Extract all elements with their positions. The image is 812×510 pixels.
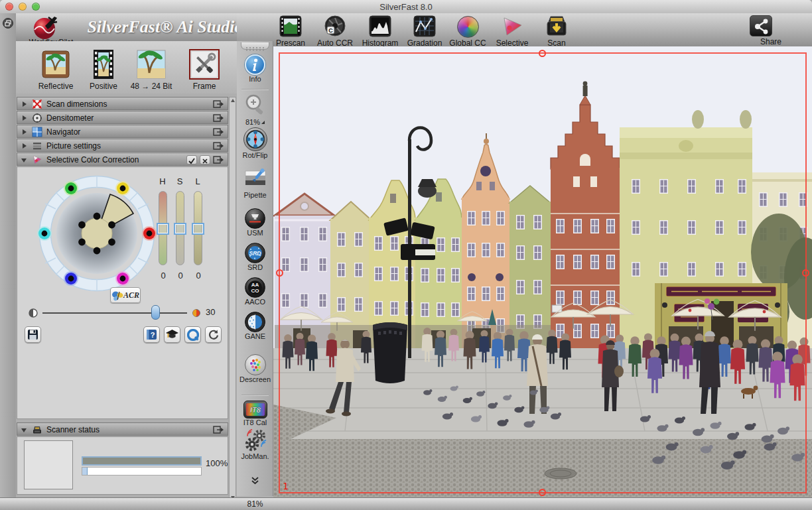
tool-aaco[interactable]: AA CO AACO: [237, 277, 273, 306]
panel-scrollbar[interactable]: [229, 97, 236, 501]
gane-icon: [245, 312, 265, 332]
panel-header-densitometer[interactable]: Densitometer: [17, 111, 228, 124]
color-wheel[interactable]: [36, 172, 158, 294]
scan-thumbnail: [24, 440, 73, 489]
wheel-knob-green[interactable]: [64, 181, 78, 196]
disclosure-triangle-icon: [23, 115, 27, 121]
workflow-pilot-logo[interactable]: [32, 15, 58, 38]
tool-srd[interactable]: SRD SRD: [237, 243, 273, 271]
it8-icon: IT8: [244, 401, 267, 418]
popout-icon[interactable]: [213, 114, 224, 122]
overlapping-windows-icon: [3, 19, 13, 28]
scan-frame-handle-left[interactable]: [276, 269, 283, 277]
frame-button[interactable]: Frame: [180, 49, 228, 91]
tool-info[interactable]: Info: [237, 54, 273, 83]
disclosure-triangle-icon: [23, 129, 27, 135]
panel-header-picture-settings[interactable]: Picture settings: [17, 139, 228, 152]
tools-column: Info 81% Rot/Flip: [237, 41, 273, 496]
saturation-slider[interactable]: [176, 191, 184, 265]
scan-button[interactable]: Scan: [535, 15, 578, 48]
popout-icon[interactable]: [213, 142, 224, 150]
preview-canvas[interactable]: 1: [273, 46, 812, 497]
silverfast-window: SilverFast 8.0 WorkflowPilot SilverFast®…: [0, 0, 812, 510]
acr-button[interactable]: ACR: [110, 287, 141, 303]
bit-depth-label: 48 → 24 Bit: [127, 82, 175, 91]
scan-frame-handle-bottom[interactable]: [539, 489, 546, 496]
tool-zoom[interactable]: 81%: [237, 93, 273, 126]
auto-ccr-button[interactable]: C Auto CCR: [313, 15, 357, 48]
share-button[interactable]: Share: [749, 15, 793, 46]
tool-pipette[interactable]: Pipette: [237, 167, 273, 199]
global-cc-button[interactable]: Global CC: [446, 15, 490, 48]
tutorial-button[interactable]: [164, 326, 180, 343]
prescan-button[interactable]: Prescan: [269, 15, 312, 48]
source-bar: Reflective Positive 48 → 24 Bit: [16, 41, 237, 94]
apply-button[interactable]: [186, 155, 197, 164]
info-icon: [246, 56, 264, 74]
svg-text:?: ?: [151, 331, 155, 339]
progress-bar-total: [82, 456, 202, 466]
scan-frame-handle-top[interactable]: [539, 50, 546, 57]
panel-title: Scanner status: [46, 425, 100, 434]
save-preset-button[interactable]: [25, 326, 41, 343]
positive-button[interactable]: Positive: [80, 49, 127, 91]
tool-rot-flip[interactable]: Rot/Flip: [237, 127, 273, 159]
submenu-marker: [261, 121, 265, 124]
lightness-slider[interactable]: [194, 191, 202, 265]
share-icon: [750, 16, 773, 37]
panel-header-scanner-status[interactable]: Scanner status: [17, 422, 228, 436]
scanner-status-body: 100%: [17, 436, 228, 495]
wheel-knob-magenta[interactable]: [115, 271, 130, 286]
tool-label: AACO: [237, 298, 273, 306]
scanner-status-icon: [32, 424, 42, 435]
hue-slider-handle[interactable]: [157, 223, 169, 235]
wheel-knob-cyan[interactable]: [37, 226, 52, 241]
popout-icon[interactable]: [213, 156, 224, 164]
amount-slider-track[interactable]: [42, 312, 187, 314]
positive-icon: [88, 49, 119, 80]
popout-icon[interactable]: [213, 128, 224, 136]
popout-icon[interactable]: [213, 100, 224, 108]
lightness-slider-handle[interactable]: [192, 223, 204, 235]
gradation-button[interactable]: Gradation: [403, 15, 446, 48]
scan-frame-handle-right[interactable]: [802, 269, 809, 277]
panel-collapse-button[interactable]: [3, 18, 13, 29]
saturation-value: 0: [174, 271, 187, 281]
hue-slider[interactable]: [159, 191, 167, 265]
wheel-knob-red[interactable]: [142, 226, 157, 241]
wheel-knob-yellow[interactable]: [115, 181, 130, 196]
cancel-button[interactable]: [200, 155, 210, 164]
scan-frame[interactable]: 1: [279, 52, 807, 493]
status-bar: 81%: [0, 497, 812, 510]
wheel-knob-blue[interactable]: [64, 271, 78, 286]
zoom-level-value: 81%: [237, 499, 273, 509]
contrast-low-icon: [27, 307, 39, 319]
amount-slider-handle[interactable]: [151, 305, 160, 320]
picture-settings-icon: [32, 141, 42, 151]
bit-depth-button[interactable]: 48 → 24 Bit: [127, 49, 175, 91]
magnifier-plus-icon: [242, 93, 269, 118]
help-button[interactable]: ?: [143, 326, 160, 343]
scroll-up-arrow-icon[interactable]: [231, 99, 235, 102]
frame-label: Frame: [180, 82, 228, 91]
lightness-value: 0: [192, 271, 205, 281]
reset-button[interactable]: [205, 326, 222, 343]
tool-usm[interactable]: USM: [237, 208, 273, 237]
tool-descreen[interactable]: Descreen: [237, 354, 273, 383]
popout-icon[interactable]: [213, 426, 224, 434]
reflective-button[interactable]: Reflective: [32, 49, 80, 91]
expand-more-chevron-icon[interactable]: [251, 476, 259, 485]
panel-header-selective-cc[interactable]: Selective Color Correction: [17, 153, 228, 166]
toolbar-grip-handle[interactable]: [241, 42, 269, 50]
panel-header-navigator[interactable]: Navigator: [17, 125, 228, 138]
panel-header-scan-dimensions[interactable]: Scan dimensions: [17, 97, 228, 110]
tool-gane[interactable]: GANE: [237, 312, 273, 340]
tool-it8[interactable]: IT8 IT8 Cal: [237, 401, 273, 426]
tool-jobmanager[interactable]: JobMan.: [237, 428, 273, 460]
tool-label: Info: [237, 75, 273, 83]
histogram-button[interactable]: Histogram: [358, 15, 402, 48]
panel-title: Selective Color Correction: [46, 155, 139, 164]
selective-cc-panel-icon: [32, 155, 42, 165]
movie-button[interactable]: [184, 326, 201, 343]
saturation-slider-handle[interactable]: [174, 223, 186, 235]
